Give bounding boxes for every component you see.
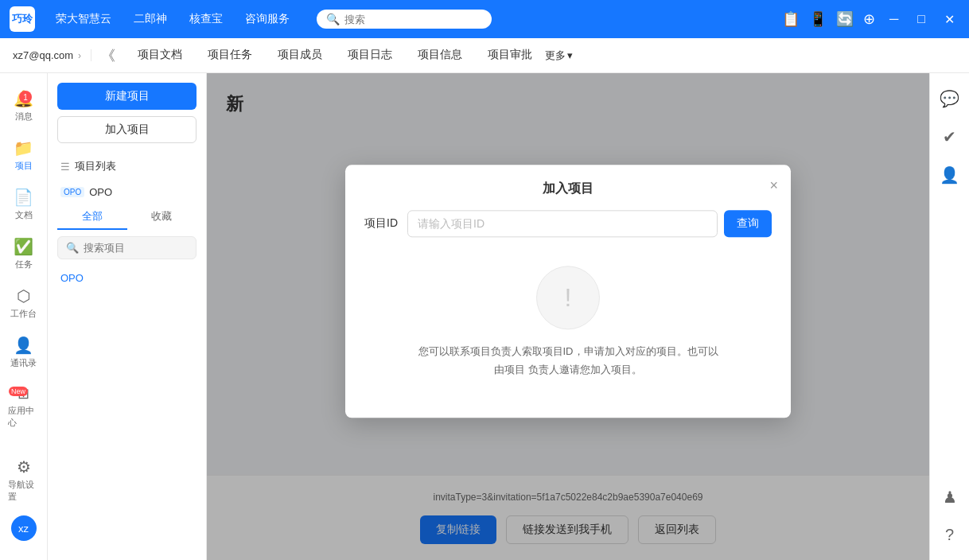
chevron-down-icon: ▾ [567, 49, 573, 61]
join-project-button[interactable]: 加入项目 [57, 116, 197, 143]
topbar: 巧玲 荣大智慧云 二郎神 核查宝 咨询服务 🔍 📋 📱 🔄 ⊕ ─ □ ✕ [0, 0, 969, 38]
query-button[interactable]: 查询 [724, 210, 772, 237]
contacts-icon: 👤 [14, 336, 33, 355]
tab-project-log[interactable]: 项目日志 [335, 38, 405, 73]
project-id-input[interactable] [407, 210, 718, 237]
chat-icon[interactable]: 💬 [933, 83, 966, 115]
tab-project-approve[interactable]: 项目审批 [475, 38, 545, 73]
topbar-right: 📋 📱 🔄 ⊕ ─ □ ✕ [782, 10, 959, 28]
note-icon[interactable]: 📋 [782, 10, 800, 28]
filter-tabs: 全部 收藏 [48, 204, 206, 230]
tab-favorite[interactable]: 收藏 [127, 204, 197, 230]
more-tabs[interactable]: 更多 ▾ [545, 49, 573, 63]
gear-icon: ⚙ [17, 457, 31, 476]
project-tabs: 项目文档 项目任务 项目成员 项目日志 项目信息 项目审批 [125, 38, 545, 73]
main-layout: 🔔 1 消息 📁 项目 📄 文档 ✅ 任务 ⬡ 工作台 👤 通讯录 ⊞ [0, 73, 969, 560]
logo: 巧玲 [10, 6, 35, 32]
sidebar-item-task[interactable]: ✅ 任务 [3, 231, 45, 277]
search-input[interactable] [344, 14, 472, 25]
sidebar-item-message[interactable]: 🔔 1 消息 [3, 83, 45, 129]
folder-icon: 📁 [14, 138, 33, 158]
sidebar-item-workbench[interactable]: ⬡ 工作台 [3, 280, 45, 326]
secondary-bar: xz7@qq.com › 《 项目文档 项目任务 项目成员 项目日志 项目信息 … [0, 38, 969, 73]
project-search-bar: 🔍 [57, 236, 197, 259]
maximize-button[interactable]: □ [913, 12, 930, 26]
refresh-icon[interactable]: 🔄 [836, 10, 854, 28]
sidebar-bottom: ⚙ 导航设置 xz [3, 451, 45, 550]
empty-description: 您可以联系项目负责人索取项目ID，申请加入对应的项目。也可以由项目 负责人邀请您… [417, 342, 719, 379]
search-icon: 🔍 [66, 242, 79, 254]
modal-close-button[interactable]: × [769, 177, 778, 194]
modal-title: 加入项目 [543, 181, 593, 197]
sidebar-label-contacts: 通讯录 [10, 357, 37, 369]
nav-zixun[interactable]: 咨询服务 [237, 9, 298, 29]
project-id-form-row: 项目ID 查询 [364, 210, 772, 237]
search-icon: 🔍 [326, 13, 340, 25]
sidebar-label-task: 任务 [15, 259, 33, 270]
tab-project-task[interactable]: 项目任务 [195, 38, 265, 73]
project-search-input[interactable] [84, 242, 179, 254]
close-button[interactable]: ✕ [940, 12, 959, 27]
nav-erlang[interactable]: 二郎神 [126, 9, 175, 29]
chess-icon[interactable]: ♟ [936, 481, 963, 513]
sidebar-label-message: 消息 [15, 111, 33, 122]
project-id-label: 项目ID [364, 216, 398, 231]
app-new-badge: New [9, 387, 28, 396]
avatar[interactable]: xz [11, 515, 37, 541]
question-icon[interactable]: ? [939, 519, 960, 550]
search-bar: 🔍 [317, 10, 492, 29]
sidebar-label-doc: 文档 [15, 209, 33, 221]
task-icon: ✅ [14, 237, 33, 256]
message-badge: 1 [19, 91, 32, 103]
tab-project-member[interactable]: 项目成员 [265, 38, 335, 73]
opo-project-item[interactable]: OPO [48, 266, 206, 290]
minimize-button[interactable]: ─ [885, 12, 903, 26]
sidebar-item-project[interactable]: 📁 项目 [3, 132, 45, 178]
more-label: 更多 [545, 49, 566, 63]
check-circle-icon[interactable]: ✔ [936, 121, 963, 153]
project-list-header[interactable]: ☰ 项目列表 [48, 153, 206, 180]
sidebar-item-contacts[interactable]: 👤 通讯录 [3, 329, 45, 375]
sidebar-item-doc[interactable]: 📄 文档 [3, 181, 45, 228]
email-text: xz7@qq.com [13, 49, 73, 61]
list-icon: ☰ [60, 161, 70, 173]
tab-all[interactable]: 全部 [57, 204, 127, 230]
sidebar-label-project: 项目 [15, 160, 33, 172]
email-arrow-icon: › [78, 50, 81, 61]
email-display[interactable]: xz7@qq.com › [13, 49, 91, 61]
sidebar-right: 💬 ✔ 👤 ♟ ? [929, 73, 969, 560]
empty-text-line2: 负责人邀请您加入项目。 [528, 364, 642, 376]
exclamation-icon: ! [565, 283, 572, 313]
project-list-label: 项目列表 [75, 159, 116, 173]
workbench-icon: ⬡ [17, 286, 30, 305]
modal-body: 项目ID 查询 ! 您可以联系项目负责人索取项目ID，申请加入对应的项目。也可以… [345, 210, 791, 418]
nav-rongda[interactable]: 荣大智慧云 [48, 9, 119, 29]
sidebar-left: 🔔 1 消息 📁 项目 📄 文档 ✅ 任务 ⬡ 工作台 👤 通讯录 ⊞ [0, 73, 48, 560]
empty-state: ! 您可以联系项目负责人索取项目ID，申请加入对应的项目。也可以由项目 负责人邀… [364, 250, 772, 399]
org-header: OPO OPO [48, 180, 206, 204]
person-add-icon[interactable]: 👤 [933, 159, 966, 191]
back-nav-icon[interactable]: 《 [91, 46, 125, 65]
modal-header: 加入项目 × [345, 165, 791, 210]
sidebar-label-navsettings: 导航设置 [8, 479, 40, 503]
tab-project-doc[interactable]: 项目文档 [125, 38, 195, 73]
tab-project-info[interactable]: 项目信息 [405, 38, 475, 73]
new-project-button[interactable]: 新建项目 [57, 83, 197, 110]
join-project-modal: 加入项目 × 项目ID 查询 ! 您可以联系项目负责人索取项目ID，申请 [345, 165, 791, 418]
nav-hecha[interactable]: 核查宝 [181, 9, 231, 29]
sidebar-item-app[interactable]: ⊞ New 应用中心 [3, 379, 45, 435]
main-content: 新 invitaType=3&invitation=5f1a7c5022e84c… [207, 73, 929, 560]
sidebar-label-app: 应用中心 [8, 405, 40, 429]
project-id-input-wrap: 查询 [407, 210, 772, 237]
empty-icon: ! [536, 266, 600, 329]
org-badge: OPO [60, 187, 84, 197]
sidebar-secondary: 新建项目 加入项目 ☰ 项目列表 OPO OPO 全部 收藏 🔍 OPO [48, 73, 207, 560]
org-name: OPO [89, 186, 112, 198]
phone-icon[interactable]: 📱 [809, 10, 827, 28]
sidebar-item-navsettings[interactable]: ⚙ 导航设置 [3, 451, 45, 509]
sidebar-label-workbench: 工作台 [10, 308, 37, 320]
compass-icon[interactable]: ⊕ [863, 10, 875, 28]
topbar-nav: 荣大智慧云 二郎神 核查宝 咨询服务 [48, 9, 298, 29]
doc-icon: 📄 [14, 188, 33, 207]
